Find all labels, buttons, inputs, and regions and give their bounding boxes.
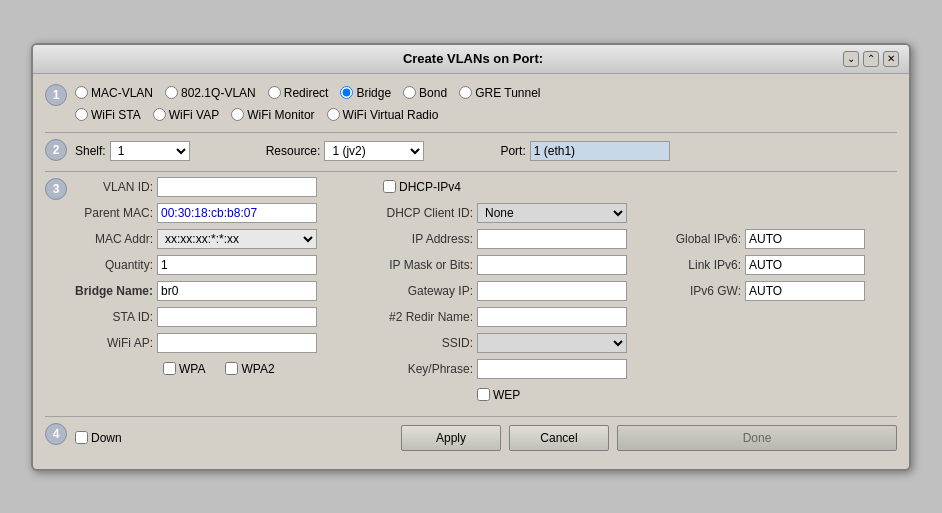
radio-bridge[interactable]: Bridge xyxy=(340,86,391,100)
dhcp-ipv4-checkbox[interactable]: DHCP-IPv4 xyxy=(383,180,461,194)
port-label: Port: xyxy=(500,144,525,158)
radio-bond[interactable]: Bond xyxy=(403,86,447,100)
radio-wifi-sta-label: WiFi STA xyxy=(91,108,141,122)
ssid-select[interactable] xyxy=(477,333,627,353)
section-2-content: Shelf: 1 Resource: 1 (jv2) Port: xyxy=(75,137,897,165)
port-input[interactable] xyxy=(530,141,670,161)
dialog-title: Create VLANs on Port: xyxy=(103,51,843,66)
global-ipv6-input[interactable] xyxy=(745,229,865,249)
resource-label: Resource: xyxy=(266,144,321,158)
sta-id-row: STA ID: xyxy=(75,306,375,328)
radio-wifi-vap[interactable]: WiFi VAP xyxy=(153,108,219,122)
parent-mac-input[interactable] xyxy=(157,203,317,223)
wifi-ap-row: WiFi AP: xyxy=(75,332,375,354)
vlan-id-input[interactable] xyxy=(157,177,317,197)
minimize-button[interactable]: ⌄ xyxy=(843,51,859,67)
section-1-content: MAC-VLAN 802.1Q-VLAN Redirect Bridge xyxy=(75,82,897,126)
bridge-name-input[interactable] xyxy=(157,281,317,301)
link-ipv6-input[interactable] xyxy=(745,255,865,275)
wpa-checkbox[interactable]: WPA xyxy=(163,362,205,376)
ip-mask-input[interactable] xyxy=(477,255,627,275)
bridge-name-row: Bridge Name: xyxy=(75,280,375,302)
key-phrase-input[interactable] xyxy=(477,359,627,379)
radio-wifi-virtual-radio[interactable]: WiFi Virtual Radio xyxy=(327,108,439,122)
radio-gre-tunnel-input[interactable] xyxy=(459,86,472,99)
vlan-id-label: VLAN ID: xyxy=(75,180,153,194)
ssid-label: SSID: xyxy=(383,336,473,350)
sta-id-input[interactable] xyxy=(157,307,317,327)
radio-8021q-vlan-input[interactable] xyxy=(165,86,178,99)
radio-mac-vlan[interactable]: MAC-VLAN xyxy=(75,86,153,100)
gateway-ip-input[interactable] xyxy=(477,281,627,301)
radio-redirect[interactable]: Redirect xyxy=(268,86,329,100)
radio-mac-vlan-input[interactable] xyxy=(75,86,88,99)
global-ipv6-row: Global IPv6: xyxy=(671,228,897,250)
down-checkbox-input[interactable] xyxy=(75,431,88,444)
radio-bridge-input[interactable] xyxy=(340,86,353,99)
section-4-number: 4 xyxy=(45,423,67,445)
vlan-id-row: VLAN ID: xyxy=(75,176,375,198)
link-ipv6-label: Link IPv6: xyxy=(671,258,741,272)
radio-gre-tunnel[interactable]: GRE Tunnel xyxy=(459,86,540,100)
close-button[interactable]: ✕ xyxy=(883,51,899,67)
dhcp-client-id-label: DHCP Client ID: xyxy=(383,206,473,220)
down-label: Down xyxy=(91,431,122,445)
ip-address-input[interactable] xyxy=(477,229,627,249)
radio-wifi-monitor-label: WiFi Monitor xyxy=(247,108,314,122)
down-checkbox[interactable]: Down xyxy=(75,431,122,445)
wpa2-checkbox[interactable]: WPA2 xyxy=(225,362,274,376)
radio-wifi-vap-input[interactable] xyxy=(153,108,166,121)
placeholder-row2 xyxy=(671,202,897,224)
dialog: Create VLANs on Port: ⌄ ⌃ ✕ 1 MAC-VLAN 8… xyxy=(31,43,911,471)
wifi-ap-label: WiFi AP: xyxy=(75,336,153,350)
ipv6-gw-input[interactable] xyxy=(745,281,865,301)
link-ipv6-row: Link IPv6: xyxy=(671,254,897,276)
redir-name-label: #2 Redir Name: xyxy=(383,310,473,324)
wep-label: WEP xyxy=(493,388,520,402)
radio-wifi-virtual-radio-input[interactable] xyxy=(327,108,340,121)
radio-redirect-input[interactable] xyxy=(268,86,281,99)
section-1: 1 MAC-VLAN 802.1Q-VLAN Redirect xyxy=(45,82,897,126)
section-1-number: 1 xyxy=(45,84,67,106)
radio-wifi-sta-input[interactable] xyxy=(75,108,88,121)
section-3-number: 3 xyxy=(45,178,67,200)
section-2-number: 2 xyxy=(45,139,67,161)
dhcp-client-id-select[interactable]: None xyxy=(477,203,627,223)
radio-row-1: MAC-VLAN 802.1Q-VLAN Redirect Bridge xyxy=(75,82,897,104)
radio-wifi-monitor-input[interactable] xyxy=(231,108,244,121)
mac-addr-row: MAC Addr: xx:xx:xx:*:*:xx xyxy=(75,228,375,250)
dhcp-ipv4-input[interactable] xyxy=(383,180,396,193)
radio-wifi-sta[interactable]: WiFi STA xyxy=(75,108,141,122)
radio-bond-input[interactable] xyxy=(403,86,416,99)
col-left: VLAN ID: Parent MAC: MAC Addr: xx:xx:xx:… xyxy=(75,176,375,410)
title-bar: Create VLANs on Port: ⌄ ⌃ ✕ xyxy=(33,45,909,74)
wpa-checkbox-input[interactable] xyxy=(163,362,176,375)
radio-bridge-label: Bridge xyxy=(356,86,391,100)
parent-mac-label: Parent MAC: xyxy=(75,206,153,220)
button-row: Apply Cancel Done xyxy=(401,425,897,451)
radio-wifi-monitor[interactable]: WiFi Monitor xyxy=(231,108,314,122)
radio-8021q-vlan[interactable]: 802.1Q-VLAN xyxy=(165,86,256,100)
maximize-button[interactable]: ⌃ xyxy=(863,51,879,67)
wifi-ap-input[interactable] xyxy=(157,333,317,353)
done-button[interactable]: Done xyxy=(617,425,897,451)
shelf-select[interactable]: 1 xyxy=(110,141,190,161)
wep-checkbox[interactable]: WEP xyxy=(477,388,520,402)
port-group: Port: xyxy=(500,141,669,161)
resource-group: Resource: 1 (jv2) xyxy=(266,141,425,161)
wpa2-checkbox-input[interactable] xyxy=(225,362,238,375)
form-section3: VLAN ID: Parent MAC: MAC Addr: xx:xx:xx:… xyxy=(75,176,897,410)
ipv6-gw-label: IPv6 GW: xyxy=(671,284,741,298)
cancel-button[interactable]: Cancel xyxy=(509,425,609,451)
ssid-row: SSID: xyxy=(383,332,663,354)
apply-button[interactable]: Apply xyxy=(401,425,501,451)
ip-mask-label: IP Mask or Bits: xyxy=(383,258,473,272)
radio-8021q-vlan-label: 802.1Q-VLAN xyxy=(181,86,256,100)
ip-mask-row: IP Mask or Bits: xyxy=(383,254,663,276)
quantity-input[interactable] xyxy=(157,255,317,275)
redir-name-row: #2 Redir Name: xyxy=(383,306,663,328)
resource-select[interactable]: 1 (jv2) xyxy=(324,141,424,161)
wep-checkbox-input[interactable] xyxy=(477,388,490,401)
mac-addr-select[interactable]: xx:xx:xx:*:*:xx xyxy=(157,229,317,249)
redir-name-input[interactable] xyxy=(477,307,627,327)
